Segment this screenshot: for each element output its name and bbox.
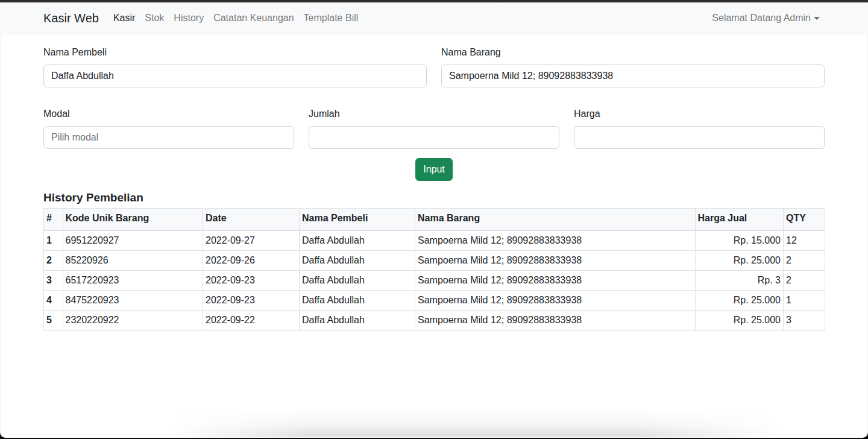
cell-nama-barang: Sampoerna Mild 12; 89092883833938 [415,311,696,330]
cell-index: 2 [44,250,63,270]
col-header-kode: Kode Unik Barang [63,209,203,230]
col-header-harga-jual: Harga Jual [695,209,784,230]
modal-label: Modal [43,107,294,121]
history-table: # Kode Unik Barang Date Nama Pembeli Nam… [43,208,825,331]
table-header-row: # Kode Unik Barang Date Nama Pembeli Nam… [44,209,825,230]
window-bottom-shadow [169,409,784,438]
window-bottom-edge-highlight [5,437,863,438]
cell-index: 1 [44,230,63,251]
nama-pembeli-input[interactable] [43,65,427,87]
table-row: 5 2320220922 2022-09-22 Daffa Abdullah S… [44,311,825,330]
col-header-index: # [44,209,63,230]
harga-input[interactable] [574,126,825,149]
cell-harga-jual: Rp. 25.000 [695,311,784,330]
col-header-qty: QTY [784,209,825,230]
cell-qty: 1 [784,291,825,311]
cell-index: 5 [44,311,63,330]
cell-qty: 2 [784,270,825,290]
input-submit-button[interactable]: Input [415,158,453,181]
col-header-nama-pembeli: Nama Pembeli [300,209,415,230]
jumlah-label: Jumlah [309,107,559,121]
cell-nama-pembeli: Daffa Abdullah [300,230,415,251]
user-dropdown-label: Selamat Datang Admin [712,13,811,24]
cell-nama-pembeli: Daffa Abdullah [300,311,415,330]
cell-harga-jual: Rp. 3 [695,270,784,290]
brand-link[interactable]: Kasir Web [43,6,99,30]
browser-page: Kasir Web Kasir Stok History Catatan Keu… [0,1,868,438]
nav-item-template-bill[interactable]: Template Bill [299,8,363,28]
nav-item-stok[interactable]: Stok [140,8,169,28]
table-row: 1 6951220927 2022-09-27 Daffa Abdullah S… [44,230,825,251]
table-row: 2 85220926 2022-09-26 Daffa Abdullah Sam… [44,250,825,270]
nav-item-kasir[interactable]: Kasir [108,8,140,28]
cell-date: 2022-09-23 [203,291,300,311]
nama-barang-label: Nama Barang [441,45,825,60]
cell-date: 2022-09-23 [203,270,300,290]
navbar: Kasir Web Kasir Stok History Catatan Keu… [0,1,868,35]
cell-date: 2022-09-26 [203,250,300,270]
cell-date: 2022-09-22 [203,311,300,330]
cell-qty: 12 [784,230,825,251]
cell-qty: 2 [784,250,825,270]
cell-kode: 85220926 [63,250,203,270]
col-header-date: Date [203,209,300,230]
nama-barang-input[interactable] [441,65,825,87]
cell-harga-jual: Rp. 25.000 [695,291,784,311]
table-row: 3 6517220923 2022-09-23 Daffa Abdullah S… [44,270,825,290]
jumlah-input[interactable] [309,126,559,149]
cell-date: 2022-09-27 [203,230,300,251]
nav-item-history[interactable]: History [169,8,209,28]
window-top-edge [0,0,868,3]
cell-index: 4 [44,291,63,311]
user-dropdown[interactable]: Selamat Datang Admin [707,8,825,28]
nav-item-catatan-keuangan[interactable]: Catatan Keuangan [209,8,298,28]
col-header-nama-barang: Nama Barang [415,209,696,230]
chevron-down-icon [814,17,820,20]
nama-pembeli-label: Nama Pembeli [43,45,427,60]
cell-harga-jual: Rp. 25.000 [695,250,784,270]
cell-nama-pembeli: Daffa Abdullah [300,291,415,311]
cell-kode: 6951220927 [63,230,203,251]
input-form: Nama Pembeli Nama Barang Modal Jumlah Ha… [36,45,832,181]
cell-nama-barang: Sampoerna Mild 12; 89092883833938 [415,270,696,290]
cell-kode: 6517220923 [63,270,203,290]
history-section: History Pembelian # Kode Unik Barang Dat… [36,191,832,331]
cell-nama-barang: Sampoerna Mild 12; 89092883833938 [415,250,696,270]
cell-nama-pembeli: Daffa Abdullah [300,270,415,290]
cell-qty: 3 [784,311,825,330]
modal-input[interactable] [43,126,294,149]
cell-harga-jual: Rp. 15.000 [695,230,784,251]
history-title: History Pembelian [43,191,825,205]
cell-kode: 2320220922 [63,311,203,330]
harga-label: Harga [574,107,825,121]
cell-nama-barang: Sampoerna Mild 12; 89092883833938 [415,291,696,311]
table-row: 4 8475220923 2022-09-23 Daffa Abdullah S… [44,291,825,311]
nav-list: Kasir Stok History Catatan Keuangan Temp… [108,8,363,28]
cell-nama-pembeli: Daffa Abdullah [300,250,415,270]
cell-kode: 8475220923 [63,291,203,311]
cell-nama-barang: Sampoerna Mild 12; 89092883833938 [415,230,696,251]
cell-index: 3 [44,270,63,290]
